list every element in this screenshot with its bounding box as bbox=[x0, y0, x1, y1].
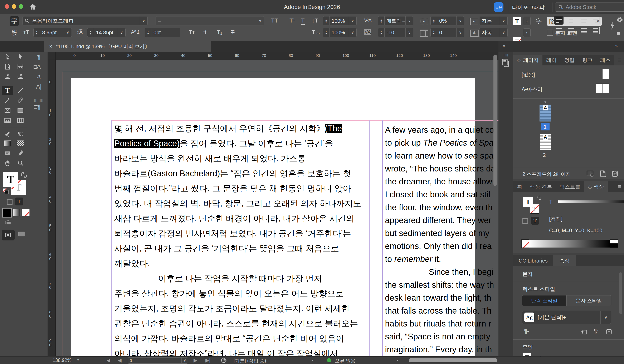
korean-text-frame[interactable]: 몇 해 전, 서점의 조용한 구석에서 우연히《공간의 시학》(ThePoeti… bbox=[114, 121, 372, 356]
tab-links[interactable]: 링크 bbox=[578, 55, 596, 65]
underline-icon[interactable]: T bbox=[301, 18, 305, 24]
tab-pages[interactable]: ◇페이지 bbox=[513, 55, 543, 65]
export-page-icon[interactable] bbox=[599, 170, 607, 177]
tab-layers[interactable]: 레이 bbox=[543, 55, 560, 65]
gradient-swatch-tool[interactable] bbox=[2, 139, 13, 148]
previous-page-button[interactable]: ◀ bbox=[118, 358, 122, 363]
tab-properties[interactable]: 속성 bbox=[553, 255, 576, 266]
redefine-style-lightning-icon[interactable] bbox=[609, 22, 615, 30]
panel-menu-icon[interactable]: ≡ bbox=[618, 57, 621, 63]
english-text-frame[interactable]: A few years ago, in a quiet coto pick up… bbox=[385, 123, 498, 356]
fill-proxy-swatch[interactable]: T bbox=[3, 172, 18, 187]
page-1-number[interactable]: 1 bbox=[541, 123, 549, 130]
align-center2-button[interactable] bbox=[567, 26, 576, 35]
horizontal-scale-field[interactable]: ▴▾ 100% ∨ bbox=[323, 28, 357, 37]
default-fill-stroke-icon[interactable] bbox=[2, 188, 9, 194]
master-a-label[interactable]: A-마스터 bbox=[521, 86, 543, 93]
align-justify-all-button[interactable] bbox=[579, 26, 589, 35]
table-tool[interactable] bbox=[2, 116, 13, 125]
page-tool[interactable] bbox=[2, 62, 13, 71]
apply-none-button[interactable] bbox=[22, 209, 30, 216]
page-2-number[interactable]: 2 bbox=[543, 152, 546, 158]
page-2-thumbnail[interactable]: A bbox=[540, 134, 551, 150]
normal-screen-mode-button[interactable] bbox=[18, 231, 25, 237]
errors-chevron-icon[interactable]: ∨ bbox=[396, 358, 399, 362]
paragraph-mark-icon[interactable]: ¶▾ bbox=[524, 328, 529, 334]
chevron-down-icon[interactable]: ∨ bbox=[405, 28, 413, 37]
formatting-affects-container-button[interactable] bbox=[7, 199, 13, 205]
error-status[interactable]: 오류 없음 bbox=[335, 358, 355, 364]
document-tab[interactable]: × *1105-1.indd @ 139% 〔GPU 미리 보기〕 bbox=[44, 41, 211, 52]
chevron-down-icon[interactable]: ∨ bbox=[349, 17, 356, 25]
move-style-icon[interactable] bbox=[580, 329, 588, 335]
direct-selection-tool[interactable] bbox=[15, 52, 26, 61]
formatting-affects-text-button[interactable]: T bbox=[15, 197, 23, 205]
baseline-shift-field[interactable]: ▴▾ 0pt bbox=[145, 28, 180, 37]
paragraph-styles-panel-icon[interactable]: ¶ bbox=[30, 102, 48, 111]
trash-icon[interactable] bbox=[611, 170, 618, 177]
vertical-ruler[interactable]: 01 02 03 04 05 06 07 08 09 0 bbox=[48, 60, 56, 356]
tab-stroke[interactable]: 획 bbox=[513, 181, 526, 192]
color-ramp[interactable] bbox=[529, 240, 610, 247]
zoom-chevron-icon[interactable]: ∨ bbox=[77, 358, 79, 362]
swap-fill-stroke-icon[interactable] bbox=[537, 195, 542, 200]
panel-scrollbar-thumb[interactable] bbox=[619, 272, 622, 314]
scissors-tool[interactable] bbox=[2, 129, 13, 138]
color-fill-proxy[interactable]: T bbox=[523, 197, 533, 207]
pages-dock-icon[interactable] bbox=[501, 58, 510, 68]
tab-cc-libraries[interactable]: CC Libraries bbox=[513, 255, 553, 266]
clear-overrides-icon[interactable]: ¶⁄ bbox=[594, 328, 598, 334]
lowercase-icon[interactable]: tt bbox=[203, 29, 207, 36]
tracking-field[interactable]: ▴▾ -10 ∨ bbox=[378, 28, 413, 37]
chevron-down-icon[interactable]: ∨ bbox=[349, 28, 356, 37]
chevron-down-icon[interactable]: ∨ bbox=[118, 28, 125, 37]
grid-tool[interactable] bbox=[15, 116, 26, 125]
content-collector-tool[interactable] bbox=[2, 72, 13, 81]
character-styles-panel-icon[interactable]: A bbox=[30, 62, 48, 71]
formatting-affects-text-button[interactable]: T bbox=[531, 217, 539, 225]
paragraph-style-tab[interactable]: 단락 스타일 bbox=[522, 295, 567, 306]
chevron-down-icon[interactable]: ∨ bbox=[182, 358, 188, 363]
tab-swatches[interactable]: 색상 견본 bbox=[526, 181, 556, 192]
story-editor-panel-icon[interactable]: A| bbox=[30, 82, 48, 91]
gap-tool[interactable] bbox=[15, 62, 26, 71]
preview-screen-mode-button[interactable] bbox=[2, 230, 15, 241]
chevron-down-icon[interactable]: ∨ bbox=[600, 311, 611, 324]
align-left-button[interactable] bbox=[554, 26, 564, 35]
chevron-down-icon[interactable]: ∨ bbox=[456, 28, 464, 37]
new-style-icon[interactable] bbox=[606, 329, 612, 335]
fill-more-button[interactable]: › bbox=[523, 17, 531, 25]
page-1-thumbnail[interactable]: A bbox=[540, 105, 551, 121]
eyedropper-tool[interactable] bbox=[15, 149, 26, 158]
panel-menu-icon[interactable]: ≡ bbox=[618, 183, 621, 190]
tsume-after-field[interactable]: 자동 ∨ bbox=[479, 28, 508, 37]
close-icon[interactable]: × bbox=[49, 44, 52, 49]
tsume-before-field[interactable]: 자동 ∨ bbox=[479, 16, 508, 25]
small-caps-icon[interactable]: Tᴛ bbox=[189, 29, 195, 36]
font-family-combo[interactable]: 응용타이포그래피 ∨ bbox=[23, 16, 148, 25]
align-left-bar-button[interactable] bbox=[592, 26, 601, 35]
next-page-button[interactable]: ▶ bbox=[194, 358, 197, 363]
spread-view-icon[interactable] bbox=[586, 170, 595, 177]
note-tool[interactable] bbox=[2, 149, 13, 158]
align-justify-left-button[interactable] bbox=[554, 16, 564, 24]
tint-ramp[interactable] bbox=[558, 200, 624, 203]
frame-tool[interactable] bbox=[2, 106, 13, 115]
black-swatch[interactable] bbox=[610, 243, 618, 247]
page-number-field[interactable]: 1 ∨ bbox=[128, 357, 188, 364]
character-formatting-mode-button[interactable]: 字 bbox=[10, 16, 19, 26]
font-size-field[interactable]: ▴▾ 8.65pt ∨ bbox=[33, 28, 72, 37]
none-swatch[interactable] bbox=[521, 240, 529, 247]
zoom-level[interactable]: 138.92% bbox=[52, 358, 72, 363]
apply-color-button[interactable] bbox=[2, 208, 12, 218]
master-a-thumbnail[interactable] bbox=[596, 84, 609, 93]
pencil-tool[interactable] bbox=[15, 96, 26, 105]
last-page-button[interactable]: ▶| bbox=[206, 358, 210, 363]
expand-panels-icon[interactable]: » bbox=[615, 43, 618, 49]
collapse-panels-icon[interactable]: « bbox=[503, 43, 505, 49]
font-style-combo[interactable]: – ∨ bbox=[156, 16, 264, 25]
grid-span-field[interactable]: ▴▾ 0 ∨ bbox=[430, 28, 464, 37]
subscript-icon[interactable]: T₁ bbox=[217, 29, 222, 36]
share-button[interactable]: 공유 bbox=[494, 2, 503, 12]
horizontal-ruler[interactable]: 0102030405060708090100110120130140 bbox=[48, 52, 498, 60]
